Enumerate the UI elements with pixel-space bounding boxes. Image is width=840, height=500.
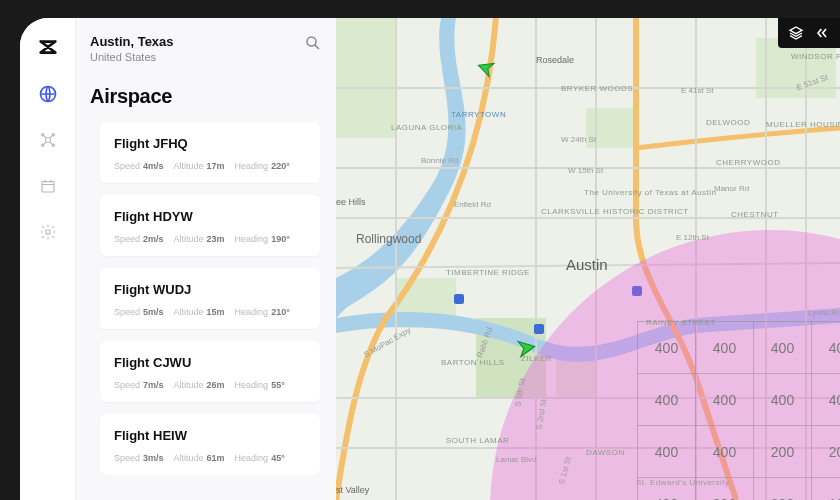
map-road-label: E 41st St — [681, 86, 713, 95]
map-road-label: Enfield Rd — [454, 200, 491, 209]
map-label: TIMBERTINE RIDGE — [446, 268, 530, 277]
nav-rail — [20, 18, 76, 500]
location-city: Austin, Texas — [90, 34, 174, 49]
map-label: MUELLER HOUSING — [766, 120, 840, 129]
map-road-label: Manor Rd — [714, 184, 749, 193]
map-label: WINDSOR PARK — [791, 52, 840, 61]
location-header: Austin, Texas United States — [90, 34, 322, 63]
map-label: CHESTNUT — [731, 210, 779, 219]
map-road-label: W 24th St — [561, 135, 596, 144]
flight-card[interactable]: Flight WUDJ Speed5m/s Altitude15m Headin… — [100, 268, 320, 329]
map-label: DAWSON — [586, 448, 625, 457]
flight-card[interactable]: Flight HEIW Speed3m/s Altitude61m Headin… — [100, 414, 320, 475]
map-label: St. Edward's University — [636, 478, 730, 487]
svg-rect-10 — [336, 18, 396, 138]
nav-drone-icon[interactable] — [38, 130, 58, 150]
svg-point-8 — [307, 37, 316, 46]
altitude-grid: 400400400400 400400400400 400400200200 4… — [637, 321, 840, 500]
nav-settings-icon[interactable] — [38, 222, 58, 242]
map-city-label: Austin — [566, 256, 608, 273]
app-screen: Austin, Texas United States Airspace Fli… — [20, 18, 840, 500]
flight-card[interactable]: Flight HDYW Speed2m/s Altitude23m Headin… — [100, 195, 320, 256]
app-logo — [37, 36, 59, 58]
map-road-label: Lamar Blvd — [496, 455, 536, 464]
flight-meta: Speed4m/s Altitude17m Heading220° — [114, 161, 306, 171]
device-frame: Austin, Texas United States Airspace Fli… — [0, 0, 840, 500]
flight-meta: Speed2m/s Altitude23m Heading190° — [114, 234, 306, 244]
map-label: BRYKER WOODS — [561, 84, 633, 93]
map[interactable]: 400400400400 400400400400 400400200200 4… — [336, 18, 840, 500]
map-label: LAGUNA GLORIA — [391, 123, 462, 132]
map-label: Rosedale — [536, 55, 574, 65]
map-label: BARTON HILLS — [441, 358, 505, 367]
map-label: SOUTH LAMAR — [446, 436, 509, 445]
flight-meta: Speed3m/s Altitude61m Heading45° — [114, 453, 306, 463]
map-label: The University of Texas at Austin — [584, 188, 704, 197]
map-label: Rollingwood — [356, 232, 421, 246]
map-label: RAINEY STREET — [646, 318, 716, 327]
flight-name: Flight HDYW — [114, 209, 306, 224]
flight-card[interactable]: Flight JFHQ Speed4m/s Altitude17m Headin… — [100, 122, 320, 183]
map-road-label: Bonnie Rd — [421, 156, 458, 165]
flight-card[interactable]: Flight CJWU Speed7m/s Altitude26m Headin… — [100, 341, 320, 402]
map-label: TARRYTOWN — [451, 110, 506, 119]
flight-list[interactable]: Flight JFHQ Speed4m/s Altitude17m Headin… — [90, 122, 322, 475]
svg-rect-1 — [45, 138, 50, 143]
svg-rect-16 — [454, 294, 464, 304]
map-label: CHERRYWOOD — [716, 158, 780, 167]
map-label: CLARKSVILLE HISTORIC DISTRICT — [541, 208, 613, 217]
collapse-icon[interactable] — [814, 25, 830, 41]
flight-name: Flight HEIW — [114, 428, 306, 443]
side-panel: Austin, Texas United States Airspace Fli… — [76, 18, 336, 500]
map-topbar — [778, 18, 840, 48]
svg-marker-19 — [476, 59, 494, 77]
map-label: ZILKER — [521, 354, 552, 363]
svg-rect-17 — [534, 324, 544, 334]
flight-meta: Speed7m/s Altitude26m Heading55° — [114, 380, 306, 390]
map-road-label: Lyons Rd — [808, 308, 840, 317]
flight-name: Flight WUDJ — [114, 282, 306, 297]
map-road-label: E 12th St — [676, 233, 709, 242]
flight-meta: Speed5m/s Altitude15m Heading210° — [114, 307, 306, 317]
layers-icon[interactable] — [788, 25, 804, 41]
svg-point-7 — [45, 230, 50, 235]
nav-airspace-icon[interactable] — [38, 84, 58, 104]
map-label: DELWOOD — [706, 118, 750, 127]
svg-rect-6 — [42, 182, 54, 193]
flight-name: Flight CJWU — [114, 355, 306, 370]
map-label: st Valley — [336, 485, 369, 495]
panel-title: Airspace — [90, 85, 322, 108]
map-road-label: W 15th St — [568, 166, 603, 175]
search-icon[interactable] — [304, 34, 322, 52]
nav-calendar-icon[interactable] — [38, 176, 58, 196]
flight-name: Flight JFHQ — [114, 136, 306, 151]
location-country: United States — [90, 51, 174, 63]
map-label: ee Hills — [336, 197, 366, 207]
